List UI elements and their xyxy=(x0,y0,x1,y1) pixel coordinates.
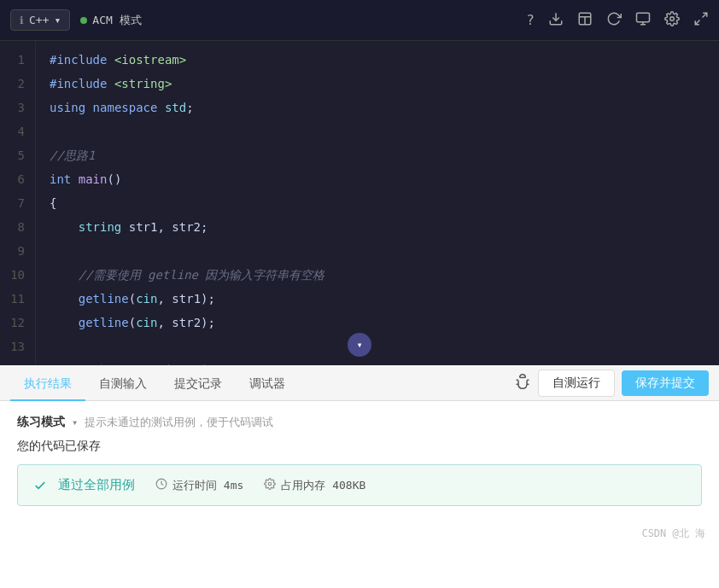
pass-label: 通过全部用例 xyxy=(33,477,135,493)
mode-hint: 提示未通过的测试用例，便于代码调试 xyxy=(85,415,273,430)
svg-point-15 xyxy=(269,482,272,486)
toolbar-actions: ? xyxy=(526,11,709,30)
mode-arrow-icon: ▾ xyxy=(72,416,78,428)
saved-message: 您的代码已保存 xyxy=(17,439,702,454)
svg-line-8 xyxy=(703,13,707,17)
settings-icon[interactable] xyxy=(664,11,680,30)
code-line-4 xyxy=(50,119,705,143)
expand-icon[interactable] xyxy=(693,11,709,30)
info-icon: ℹ xyxy=(20,15,24,26)
svg-point-7 xyxy=(670,16,675,20)
runtime-meta: 运行时间 4ms xyxy=(155,478,243,493)
self-test-run-button[interactable]: 自测运行 xyxy=(538,370,615,397)
refresh-icon[interactable] xyxy=(606,11,622,30)
result-box: 通过全部用例 运行时间 4ms 占用内存 408KB xyxy=(17,464,702,506)
download-icon[interactable] xyxy=(548,11,564,30)
code-line-12: getline(cin, str2); xyxy=(50,311,705,335)
acm-mode-badge: ACM 模式 xyxy=(80,13,141,28)
memory-meta: 占用内存 408KB xyxy=(264,478,365,493)
acm-mode-label: ACM 模式 xyxy=(92,13,141,28)
code-line-11: getline(cin, str1); xyxy=(50,287,705,311)
code-line-5: //思路1 xyxy=(50,143,705,167)
tab-debugger[interactable]: 调试器 xyxy=(236,365,299,401)
scroll-down-indicator[interactable]: ▾ xyxy=(348,333,371,357)
code-line-2: #include <string> xyxy=(50,72,705,96)
code-content[interactable]: #include <iostream> #include <string> us… xyxy=(36,41,719,365)
language-selector[interactable]: ℹ C++ ▾ xyxy=(10,9,70,31)
toolbar: ℹ C++ ▾ ACM 模式 ? xyxy=(0,0,719,41)
mode-label[interactable]: 练习模式 xyxy=(17,415,65,430)
runtime-label: 运行时间 4ms xyxy=(172,478,243,493)
memory-icon xyxy=(264,478,276,492)
mode-bar: 练习模式 ▾ 提示未通过的测试用例，便于代码调试 xyxy=(17,415,702,430)
layout-icon[interactable] xyxy=(577,11,593,30)
clock-icon xyxy=(155,478,167,492)
tab-self-test-input[interactable]: 自测输入 xyxy=(85,365,161,401)
language-label: C++ xyxy=(29,14,49,26)
code-area: 1234 5678 9101112 13141516 #include <ios… xyxy=(0,41,719,365)
footer-credit: CSDN @北 海 xyxy=(0,520,719,548)
code-line-7: { xyxy=(50,191,705,215)
memory-label: 占用内存 408KB xyxy=(281,478,365,493)
code-line-14: //先将 str2 遍历一遍 xyxy=(50,358,705,365)
acm-dot-icon xyxy=(80,17,87,24)
code-line-6: int main() xyxy=(50,167,705,191)
save-and-submit-button[interactable]: 保存并提交 xyxy=(622,370,709,396)
tab-submit-records[interactable]: 提交记录 xyxy=(161,365,236,401)
code-line-8: string str1, str2; xyxy=(50,215,705,239)
code-line-1: #include <iostream> xyxy=(50,48,705,72)
chevron-down-icon: ▾ xyxy=(54,14,61,26)
debug-bug-icon[interactable] xyxy=(507,373,538,393)
svg-line-9 xyxy=(695,20,699,24)
help-icon[interactable]: ? xyxy=(526,12,535,28)
tab-execution-result[interactable]: 执行结果 xyxy=(10,365,85,401)
code-line-9 xyxy=(50,239,705,263)
result-area: 练习模式 ▾ 提示未通过的测试用例，便于代码调试 您的代码已保存 通过全部用例 … xyxy=(0,401,719,520)
svg-rect-4 xyxy=(637,13,650,22)
code-line-10: //需要使用 getline 因为输入字符串有空格 xyxy=(50,263,705,287)
code-line-13 xyxy=(50,335,705,358)
code-line-3: using namespace std; xyxy=(50,96,705,119)
code-editor[interactable]: 1234 5678 9101112 13141516 #include <ios… xyxy=(0,41,719,365)
tab-bar: 执行结果 自测输入 提交记录 调试器 自测运行 保存并提交 xyxy=(0,365,719,401)
console-icon[interactable] xyxy=(635,11,651,30)
line-numbers: 1234 5678 9101112 13141516 xyxy=(0,41,36,365)
